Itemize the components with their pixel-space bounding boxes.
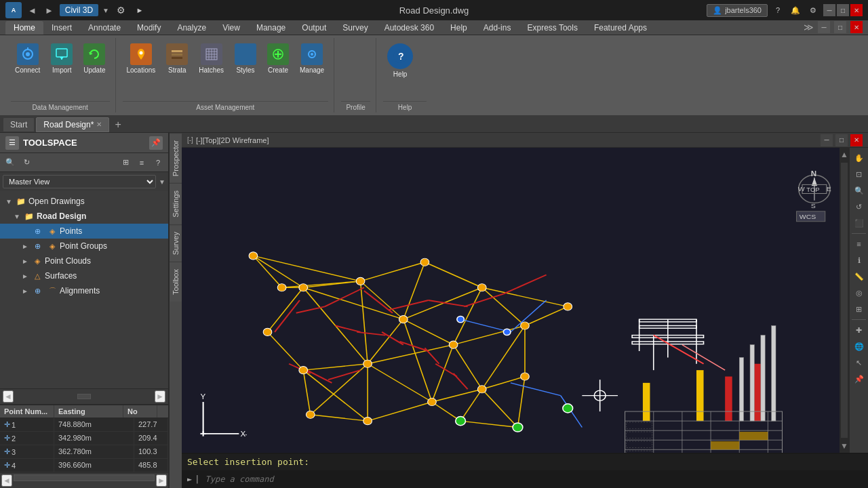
list-view-button[interactable]: ≡ [134, 155, 149, 170]
locations-button[interactable]: Locations [123, 41, 160, 77]
help-main-button[interactable]: ? Help [383, 41, 417, 81]
tab-insert[interactable]: Insert [43, 21, 80, 35]
strata-button[interactable]: Strata [162, 41, 192, 77]
hatches-button[interactable]: Hatches [195, 41, 228, 77]
scroll-up-button[interactable]: ▲ [840, 148, 849, 161]
app-dropdown[interactable]: ▼ [102, 7, 109, 14]
tree-alignments[interactable]: ► ⊕ ⌒ Alignments [0, 283, 168, 298]
tab-addins[interactable]: Add-ins [475, 21, 519, 35]
notify-button[interactable]: 🔔 [788, 3, 803, 18]
scroll-left-button[interactable]: ◄ [3, 390, 14, 403]
table-row[interactable]: ✛ 2 342.980m 209.4 [0, 432, 168, 445]
detail-view-button[interactable]: ? [151, 155, 165, 170]
world-button[interactable]: 🌐 [852, 339, 867, 354]
tab-autodesk360[interactable]: Autodesk 360 [376, 21, 442, 35]
toolbox-tab[interactable]: Toolbox [170, 262, 182, 302]
right-toolbar: ✋ ⊡ 🔍 ↺ ⬛ ≡ ℹ 📏 ◎ ⊞ ✚ 🌐 ↖ 📌 [849, 148, 868, 453]
tab-analyze[interactable]: Analyze [169, 21, 214, 35]
drawing-area[interactable]: X Y → [182, 148, 868, 453]
tab-survey[interactable]: Survey [334, 21, 376, 35]
search-button[interactable]: 🔍 [3, 155, 18, 170]
styles-button[interactable]: Styles [231, 41, 260, 77]
vp-minimize-button[interactable]: ─ [821, 134, 833, 146]
table-row[interactable]: ✛ 3 362.780m 100.3 [0, 445, 168, 459]
tab-featured-apps[interactable]: Featured Apps [586, 21, 655, 35]
manage-button[interactable]: Manage [296, 41, 328, 77]
vp-restore-button[interactable]: □ [835, 134, 848, 146]
toolspace-menu-icon[interactable]: ☰ [5, 136, 19, 150]
vp-minus-button[interactable]: [-] [187, 136, 193, 144]
point-crosshair-icon: ✛ [4, 420, 10, 429]
zoom-in-button[interactable]: 🔍 [852, 183, 867, 198]
close-button[interactable]: ✕ [850, 4, 863, 16]
ribbon-close-button[interactable]: ✕ [850, 21, 863, 33]
cursor-button[interactable]: ↖ [852, 355, 867, 370]
grid-button[interactable]: ⊞ [852, 302, 867, 317]
import-button[interactable]: Import [47, 41, 77, 77]
tree-point-groups[interactable]: ► ⊕ ◈ Point Groups [0, 239, 168, 253]
tab-manage[interactable]: Manage [248, 21, 294, 35]
quick-access-button[interactable]: ► [132, 3, 147, 18]
tab-express-tools[interactable]: Express Tools [519, 21, 585, 35]
command-input[interactable] [205, 474, 863, 484]
tree-open-drawings[interactable]: ▼ 📁 Open Drawings [0, 194, 168, 209]
view-cube-button[interactable]: ⬛ [852, 216, 867, 230]
vp-close-button[interactable]: ✕ [850, 134, 863, 146]
measure-button[interactable]: 📏 [852, 269, 867, 284]
zoom-extents-button[interactable]: ⊡ [852, 167, 867, 182]
survey-tab[interactable]: Survey [170, 224, 182, 262]
tree-surfaces[interactable]: ► △ Surfaces [0, 268, 168, 283]
tree-points[interactable]: ⊕ ◈ Points [0, 224, 168, 239]
add-tab-button[interactable]: + [111, 119, 125, 131]
user-button[interactable]: 👤 jbartels360 [707, 4, 768, 17]
ribbon-maximize-button[interactable]: □ [834, 21, 846, 33]
back-button[interactable]: ◄ [26, 5, 39, 16]
close-tab-icon[interactable]: ✕ [96, 121, 102, 128]
tab-annotate[interactable]: Annotate [80, 21, 129, 35]
pan-button[interactable]: ✋ [852, 150, 867, 165]
tab-help[interactable]: Help [442, 21, 475, 35]
vertical-scrollbar[interactable]: ▲ ▼ [840, 148, 849, 453]
tab-output[interactable]: Output [294, 21, 334, 35]
tree-view-button[interactable]: ⊞ [118, 155, 133, 170]
scroll-right-button[interactable]: ► [155, 390, 165, 403]
refresh-button[interactable]: ↻ [19, 155, 34, 170]
scroll-down-button[interactable]: ▼ [840, 439, 849, 453]
forward-button[interactable]: ► [43, 5, 56, 16]
point-crosshair-icon-2: ✛ [4, 434, 10, 443]
tab-view[interactable]: View [214, 21, 248, 35]
toolspace-pin-icon[interactable]: 📌 [149, 136, 163, 150]
table-row[interactable]: ✛ 4 396.660m 485.8 [0, 459, 168, 472]
prospector-tab[interactable]: Prospector [170, 133, 182, 183]
update-button[interactable]: Update [79, 41, 109, 77]
layer-button[interactable]: ≡ [852, 237, 867, 251]
create-button[interactable]: Create [263, 41, 293, 77]
ribbon-minimize-button[interactable]: ─ [818, 21, 830, 33]
tree-road-design[interactable]: ▼ 📁 Road Design [0, 209, 168, 224]
grid-scroll-right[interactable]: ► [156, 474, 167, 487]
scroll-thumb[interactable] [841, 163, 848, 438]
orbit-button[interactable]: ↺ [852, 199, 867, 214]
masterview-dropdown[interactable]: Master View Prospector Settings [3, 175, 156, 188]
doc-tab-road-design[interactable]: Road Design* ✕ [36, 117, 109, 132]
table-row[interactable]: ✛ 1 748.880m 227.7 [0, 418, 168, 432]
pin-button[interactable]: 📌 [852, 371, 867, 386]
ribbon-expand-icon[interactable]: ≫ [804, 22, 814, 33]
tab-home[interactable]: Home [5, 21, 43, 35]
snap-button[interactable]: ◎ [852, 285, 867, 300]
connect-button[interactable]: Connect [11, 41, 44, 77]
add-button[interactable]: ✚ [852, 323, 867, 338]
help-button[interactable]: ? [770, 3, 785, 18]
minimize-button[interactable]: ─ [823, 4, 835, 16]
tree-point-clouds[interactable]: ► ◈ Point Clouds [0, 253, 168, 268]
settings-button[interactable]: ⚙ [806, 3, 821, 18]
grid-scrollbar[interactable] [14, 474, 155, 481]
maximize-button[interactable]: □ [837, 4, 849, 16]
tab-modify[interactable]: Modify [129, 21, 169, 35]
options-button[interactable]: ⚙ [113, 3, 128, 18]
properties-button[interactable]: ℹ [852, 253, 867, 268]
svg-rect-159 [711, 441, 739, 449]
doc-tab-start[interactable]: Start [3, 117, 35, 132]
settings-tab[interactable]: Settings [170, 183, 182, 224]
grid-scroll-left[interactable]: ◄ [1, 474, 12, 487]
